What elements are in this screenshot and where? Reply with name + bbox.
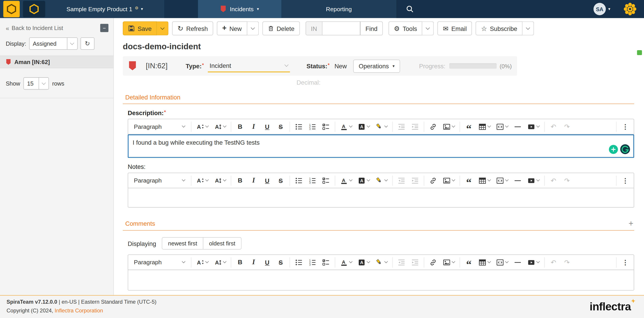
refresh-button[interactable]: ↻ Refresh	[172, 21, 213, 35]
block-quote-button[interactable]: “	[462, 175, 475, 186]
redo-button[interactable]: ↷	[560, 175, 573, 186]
font-family-dropdown[interactable]: A	[212, 175, 228, 186]
undo-button[interactable]: ↶	[547, 175, 560, 186]
link-button[interactable]	[427, 256, 440, 268]
insert-table-dropdown[interactable]	[476, 121, 493, 132]
tools-button[interactable]: ⚙ Tools	[388, 21, 422, 35]
font-size-dropdown[interactable]: A	[194, 175, 210, 186]
new-button[interactable]: + New	[217, 21, 247, 35]
redo-button[interactable]: ↷	[560, 256, 573, 268]
block-quote-button[interactable]: “	[462, 121, 475, 132]
operations-button[interactable]: Operations ▾	[353, 59, 400, 73]
underline-button[interactable]: U	[261, 175, 274, 186]
notes-editor-content[interactable]	[128, 188, 634, 208]
insert-media-dropdown[interactable]	[525, 121, 542, 132]
italic-button[interactable]: I	[247, 121, 260, 132]
horizontal-line-button[interactable]	[511, 256, 524, 268]
font-color-dropdown[interactable]: A	[338, 175, 354, 186]
highlight-dropdown[interactable]	[373, 175, 390, 186]
font-size-dropdown[interactable]: A	[194, 121, 210, 132]
bold-button[interactable]: B	[234, 256, 246, 268]
more-options-button[interactable]: ⋮	[619, 256, 632, 268]
more-options-button[interactable]: ⋮	[619, 121, 632, 132]
email-button[interactable]: ✉ Email	[438, 21, 472, 35]
bulleted-list-button[interactable]	[292, 121, 305, 132]
description-editor-content[interactable]: I found a bug while executing the TestNG…	[128, 134, 634, 158]
todo-list-button[interactable]	[320, 121, 332, 132]
search-button[interactable]	[396, 0, 423, 18]
indent-button[interactable]	[408, 121, 421, 132]
tab-incidents[interactable]: Incidents ▾	[198, 0, 282, 18]
green-status-widget[interactable]	[637, 50, 642, 55]
back-to-incident-list-link[interactable]: « Back to Incident List	[6, 25, 63, 31]
block-quote-button[interactable]: “	[462, 256, 475, 268]
redo-button[interactable]: ↷	[560, 121, 573, 132]
more-options-button[interactable]: ⋮	[619, 175, 632, 186]
save-dropdown[interactable]	[157, 21, 168, 35]
italic-button[interactable]: I	[247, 256, 260, 268]
strikethrough-button[interactable]: S	[274, 256, 287, 268]
collapse-sidebar-button[interactable]: −	[100, 24, 108, 32]
bold-button[interactable]: B	[234, 121, 246, 132]
underline-button[interactable]: U	[261, 121, 274, 132]
user-menu[interactable]: SA ▾	[594, 3, 610, 15]
delete-button[interactable]: Delete	[262, 21, 300, 35]
insert-table-dropdown[interactable]	[476, 256, 493, 268]
sort-oldest-button[interactable]: oldest first	[203, 237, 242, 249]
brand-logo[interactable]	[3, 1, 20, 17]
strikethrough-button[interactable]: S	[274, 175, 287, 186]
undo-button[interactable]: ↶	[547, 256, 560, 268]
grammarly-icon[interactable]	[620, 144, 630, 155]
font-size-dropdown[interactable]: A	[194, 256, 210, 268]
paragraph-dropdown[interactable]: Paragraph	[130, 121, 189, 132]
comment-editor-content[interactable]	[128, 270, 634, 291]
incident-id-input[interactable]	[322, 21, 360, 35]
sort-newest-button[interactable]: newest first	[162, 237, 204, 249]
font-background-dropdown[interactable]: A	[355, 121, 372, 132]
todo-list-button[interactable]	[320, 256, 332, 268]
indent-button[interactable]	[408, 175, 421, 186]
insert-template-dropdown[interactable]	[494, 175, 510, 186]
inflectra-corporation-link[interactable]: Inflectra Corporation	[54, 307, 103, 314]
new-dropdown[interactable]	[247, 21, 258, 35]
numbered-list-button[interactable]: 123	[306, 175, 319, 186]
tools-dropdown[interactable]	[422, 21, 434, 35]
font-family-dropdown[interactable]: A	[212, 256, 228, 268]
highlight-dropdown[interactable]	[373, 121, 390, 132]
strikethrough-button[interactable]: S	[274, 121, 287, 132]
grammarly-add-button[interactable]	[608, 144, 618, 154]
outdent-button[interactable]	[395, 256, 408, 268]
sidebar-refresh-button[interactable]: ↻	[80, 37, 94, 50]
font-color-dropdown[interactable]: A	[338, 256, 354, 268]
font-background-dropdown[interactable]: A	[355, 175, 372, 186]
outdent-button[interactable]	[395, 175, 408, 186]
numbered-list-button[interactable]: 123	[306, 256, 319, 268]
indent-button[interactable]	[408, 256, 421, 268]
bulleted-list-button[interactable]	[292, 175, 305, 186]
link-button[interactable]	[427, 175, 440, 186]
paragraph-dropdown[interactable]: Paragraph	[130, 256, 189, 268]
numbered-list-button[interactable]: 123	[306, 121, 319, 132]
underline-button[interactable]: U	[261, 256, 274, 268]
horizontal-line-button[interactable]	[511, 121, 524, 132]
tab-reporting[interactable]: Reporting	[281, 0, 396, 18]
todo-list-button[interactable]	[320, 175, 332, 186]
horizontal-line-button[interactable]	[511, 175, 524, 186]
rows-select[interactable]: 15	[24, 77, 49, 90]
product-selector[interactable]: Sample Empty Product 1 ⚙ ▾	[45, 0, 164, 18]
subscribe-button[interactable]: ☆ Subscribe	[476, 21, 522, 35]
insert-template-dropdown[interactable]	[494, 121, 510, 132]
insert-image-dropdown[interactable]	[440, 121, 457, 132]
undo-button[interactable]: ↶	[547, 121, 560, 132]
admin-menu-button[interactable]	[616, 0, 644, 18]
font-family-dropdown[interactable]: A	[212, 121, 228, 132]
insert-media-dropdown[interactable]	[525, 175, 542, 186]
font-background-dropdown[interactable]: A	[355, 256, 372, 268]
italic-button[interactable]: I	[247, 175, 260, 186]
bold-button[interactable]: B	[234, 175, 246, 186]
find-button[interactable]: Find	[360, 21, 383, 35]
paragraph-dropdown[interactable]: Paragraph	[130, 175, 189, 186]
insert-template-dropdown[interactable]	[494, 256, 510, 268]
link-button[interactable]	[427, 121, 440, 132]
font-color-dropdown[interactable]: A	[338, 121, 354, 132]
